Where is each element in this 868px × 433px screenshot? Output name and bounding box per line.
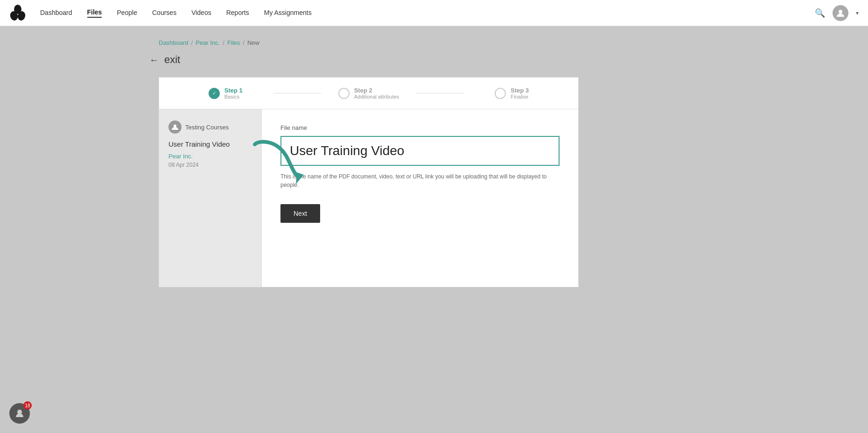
breadcrumb-sep-2: / [223, 39, 224, 46]
exit-header: ← exit [0, 54, 868, 77]
wizard-container: ✓ Step 1 Basics Step 2 Additional attrib… [159, 77, 579, 287]
breadcrumb-files[interactable]: Files [227, 39, 240, 46]
nav-dashboard[interactable]: Dashboard [40, 9, 72, 17]
breadcrumb-dashboard[interactable]: Dashboard [159, 39, 189, 46]
file-name-hint: This is the name of the PDF document, vi… [280, 172, 560, 189]
nav-links: Dashboard Files People Courses Videos Re… [40, 8, 815, 18]
nav-my-assignments[interactable]: My Assignments [264, 9, 312, 17]
next-button[interactable]: Next [280, 204, 320, 223]
nav-reports[interactable]: Reports [226, 9, 249, 17]
preview-panel: Testing Courses User Training Video Pear… [159, 109, 262, 287]
breadcrumb-org[interactable]: Pear Inc. [196, 39, 220, 46]
wizard-body: Testing Courses User Training Video Pear… [159, 109, 578, 287]
step-2-info: Step 2 Additional attributes [354, 87, 399, 99]
nav-videos[interactable]: Videos [191, 9, 211, 17]
step-1-circle: ✓ [209, 88, 220, 99]
step-3-sublabel: Finalise [511, 94, 529, 99]
step-2-circle [338, 88, 350, 99]
nav-people[interactable]: People [117, 9, 137, 17]
notification-count: 18 [23, 401, 32, 410]
step-3-info: Step 3 Finalise [511, 87, 529, 99]
step-3: Step 3 Finalise [464, 87, 560, 99]
notification-badge[interactable]: 18 [9, 403, 30, 424]
svg-point-4 [174, 125, 176, 128]
breadcrumb-new: New [247, 39, 259, 46]
step-divider-2 [416, 93, 464, 93]
back-arrow[interactable]: ← [149, 55, 159, 65]
step-2-sublabel: Additional attributes [354, 94, 399, 99]
step-3-circle [495, 88, 506, 99]
step-divider-1 [273, 93, 321, 93]
preview-user: Testing Courses [168, 121, 252, 134]
breadcrumb-sep-3: / [243, 39, 245, 46]
svg-point-3 [839, 10, 842, 14]
exit-label[interactable]: exit [164, 54, 180, 66]
breadcrumb: Dashboard / Pear Inc. / Files / New [0, 39, 868, 54]
preview-title: User Training Video [168, 140, 252, 148]
main-content: Dashboard / Pear Inc. / Files / New ← ex… [0, 26, 868, 306]
preview-org: Pear Inc. [168, 153, 252, 160]
step-2-label: Step 2 [354, 87, 399, 94]
user-dropdown-arrow[interactable]: ▾ [856, 10, 859, 16]
file-name-label: File name [280, 124, 560, 131]
form-panel: File name This is the name of the PDF do… [262, 109, 578, 287]
app-logo[interactable] [9, 5, 26, 21]
preview-avatar [168, 121, 182, 134]
step-1-label: Step 1 [224, 87, 243, 94]
step-1-info: Step 1 Basics [224, 87, 243, 99]
step-2: Step 2 Additional attributes [321, 87, 417, 99]
user-avatar[interactable] [833, 5, 848, 21]
preview-user-name: Testing Courses [185, 124, 229, 131]
navbar: Dashboard Files People Courses Videos Re… [0, 0, 868, 26]
stepper: ✓ Step 1 Basics Step 2 Additional attrib… [159, 78, 578, 109]
step-1: ✓ Step 1 Basics [178, 87, 273, 99]
breadcrumb-sep-1: / [191, 39, 193, 46]
nav-courses[interactable]: Courses [152, 9, 176, 17]
navbar-right: 🔍 ▾ [815, 5, 859, 21]
step-3-label: Step 3 [511, 87, 529, 94]
file-name-input[interactable] [280, 136, 560, 166]
search-button[interactable]: 🔍 [815, 8, 825, 18]
preview-date: 08 Apr 2024 [168, 162, 252, 168]
step-1-sublabel: Basics [224, 94, 243, 99]
nav-files[interactable]: Files [87, 8, 102, 18]
